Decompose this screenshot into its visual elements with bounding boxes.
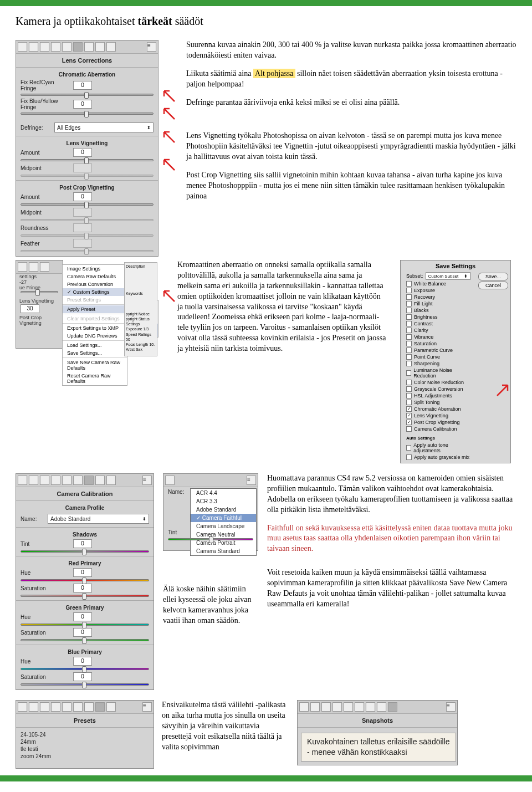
slider-sat-red[interactable] [21,595,149,597]
slider-tint[interactable] [21,550,149,553]
tab-icon[interactable] [95,42,105,52]
profile-dropdown-list[interactable]: ACR 4.4 ACR 3.3 Adobe Standard ✓ Camera … [190,488,257,556]
value-tint[interactable]: 0 [73,539,92,548]
menu-item[interactable]: Camera Raw Defaults [63,273,127,280]
option[interactable]: Camera Neutral [191,530,256,539]
slider-sat-blue[interactable] [21,683,149,686]
checkbox[interactable] [406,294,412,300]
preset-item[interactable]: 24-105-24 [21,731,149,738]
tab-icon[interactable] [51,702,60,712]
tab-icon[interactable] [95,476,105,485]
tab-icon[interactable] [344,702,353,712]
preset-item[interactable]: 24mm [21,738,149,745]
context-menu[interactable]: Image Settings Camera Raw Defaults Previ… [62,264,127,386]
tab-icon[interactable] [73,702,83,712]
checkbox[interactable] [406,308,412,313]
value-fix-blue-yellow[interactable]: 0 [73,100,92,109]
checkbox[interactable] [406,288,412,293]
checkbox[interactable]: ✓ [406,413,412,418]
dropdown-defringe[interactable]: All Edges⬍ [54,122,154,132]
tab-icon[interactable] [299,702,309,712]
menu-item[interactable]: Previous Conversion [63,280,127,288]
value-hue-g[interactable]: 0 [73,612,92,621]
panel-menu-icon[interactable]: ≡ [446,702,456,712]
slider-mini[interactable] [21,291,58,293]
tab-icon[interactable] [40,42,49,52]
menu-item[interactable]: Load Settings... [63,341,127,349]
tab-icon[interactable] [84,42,94,52]
value-amount2[interactable]: 0 [73,192,92,201]
subset-dropdown[interactable]: Custom Subset⬍ [426,272,470,280]
tab-icon[interactable] [62,702,71,712]
value-fix-red-cyan[interactable]: 0 [73,81,92,90]
tab-icon[interactable] [29,262,38,272]
tab-icon[interactable] [62,42,71,52]
checkbox[interactable] [406,328,412,333]
tab-icon-active[interactable] [95,702,105,712]
slider-amount[interactable] [21,159,154,161]
option[interactable]: Camera Landscape [191,522,256,530]
slider-sat-green[interactable] [21,639,149,641]
option[interactable]: Camera Standard [191,547,256,555]
tab-icon[interactable] [332,702,342,712]
slider-hue-red[interactable] [21,579,149,581]
tab-icon[interactable] [29,476,38,485]
menu-item-apply-preset[interactable]: Apply Preset [63,305,127,313]
option[interactable]: ACR 3.3 [191,497,256,505]
tab-icon[interactable] [377,702,386,712]
tab-icon[interactable] [18,262,27,272]
slider-hue-green[interactable] [21,624,149,626]
panel-menu-icon[interactable]: ≡ [247,476,256,485]
checkbox[interactable] [406,341,412,346]
tab-icon[interactable] [51,476,60,485]
checkbox[interactable]: ✓ [406,406,412,412]
tab-icon-active[interactable] [388,702,397,712]
menu-item[interactable]: Save Settings... [63,349,127,357]
tab-icon[interactable] [84,702,94,712]
checkbox[interactable] [406,370,411,376]
menu-item[interactable]: Reset Camera Raw Defaults [63,372,127,385]
slider-fix-red-cyan[interactable] [21,94,154,96]
menu-item-selected[interactable]: ✓ Custom Settings [63,288,127,296]
save-button[interactable]: Save... [478,273,508,280]
tab-icon[interactable] [106,702,116,712]
tab-icon[interactable] [18,702,27,712]
checkbox[interactable] [406,454,412,460]
checkbox[interactable] [406,380,412,385]
tab-icon[interactable] [62,476,71,485]
dropdown-profile-name[interactable]: Adobe Standard⬍ [48,514,149,524]
menu-item[interactable]: Update DNG Previews [63,332,127,340]
preset-item[interactable]: zoom 24mm [21,753,149,760]
value-hue[interactable]: 0 [73,568,92,577]
tab-icon[interactable] [40,702,49,712]
tab-icon-active[interactable] [84,476,94,485]
panel-menu-icon[interactable]: ≡ [142,476,152,485]
checkbox[interactable] [406,348,412,353]
tab-icon[interactable] [106,42,116,52]
preset-item[interactable]: tle testi [21,745,149,753]
checkbox[interactable] [406,393,412,398]
checkbox[interactable] [406,301,412,306]
tab-icon[interactable] [29,42,38,52]
slider-fix-blue-yellow[interactable] [21,113,154,115]
tab-icon[interactable] [51,42,60,52]
panel-menu-icon[interactable]: ≡ [142,702,152,712]
checkbox[interactable]: ✓ [406,420,412,425]
menu-item[interactable]: Save New Camera Raw Defaults [63,359,127,372]
checkbox[interactable] [406,354,412,360]
tab-icon[interactable] [73,476,83,485]
checkbox[interactable] [406,400,412,405]
checkbox[interactable] [406,334,412,340]
checkbox[interactable] [406,386,412,392]
value-sat-g[interactable]: 0 [73,628,92,637]
value-sat-b[interactable]: 0 [73,672,92,681]
tab-icon[interactable] [321,702,331,712]
panel-menu-icon[interactable]: ≡ [147,42,156,52]
tab-icon[interactable] [40,262,49,272]
tab-icon[interactable] [29,702,38,712]
value-saturation[interactable]: 0 [73,584,92,592]
slider-hue-blue[interactable] [21,668,149,670]
checkbox[interactable] [406,281,412,287]
tab-icon[interactable] [18,42,27,52]
option[interactable]: ACR 4.4 [191,489,256,497]
